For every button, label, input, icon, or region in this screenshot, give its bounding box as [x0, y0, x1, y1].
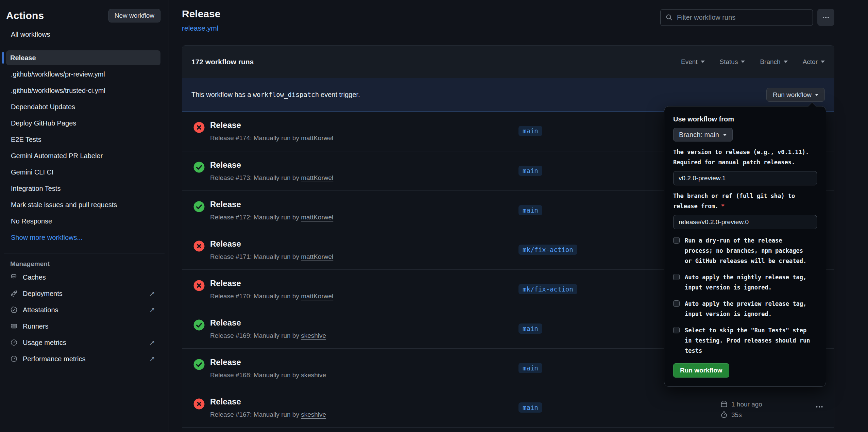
run-title-link[interactable]: Release — [210, 279, 333, 288]
management-list: CachesDeployments↗Attestations↗RunnersUs… — [0, 269, 169, 367]
sidebar-item-deployments[interactable]: Deployments↗ — [0, 285, 169, 302]
filter-actor-dropdown[interactable]: Actor — [803, 58, 825, 66]
run-kebab-menu-button[interactable] — [815, 402, 824, 412]
new-workflow-button[interactable]: New workflow — [108, 9, 160, 22]
sidebar: Actions New workflow All workflows Relea… — [0, 0, 169, 432]
x-circle-icon — [193, 398, 205, 411]
branch-badge[interactable]: main — [518, 323, 542, 334]
run-title-link[interactable]: Release — [210, 318, 326, 328]
branch-badge[interactable]: mk/fix-action — [518, 245, 577, 255]
run-description: Release #172: Manually run by mattKorwel — [210, 214, 333, 221]
external-link-icon: ↗ — [149, 289, 155, 298]
required-asterisk: * — [721, 203, 725, 210]
run-workflow-submit-button[interactable]: Run workflow — [673, 363, 729, 378]
run-description-text: Release #169: Manually run by — [210, 332, 301, 339]
actor-link[interactable]: mattKorwel — [301, 293, 333, 300]
run-title-link[interactable]: Release — [210, 200, 333, 209]
actor-link[interactable]: mattKorwel — [301, 134, 333, 142]
sidebar-item-performance-metrics[interactable]: Performance metrics↗ — [0, 351, 169, 367]
run-title-link[interactable]: Release — [210, 397, 326, 406]
run-workflow-dropdown-button[interactable]: Run workflow — [766, 88, 825, 102]
usage-metrics-icon — [10, 339, 18, 346]
run-description-text: Release #172: Manually run by — [210, 214, 301, 221]
check-circle-icon — [193, 162, 205, 174]
chevron-down-icon — [701, 61, 705, 63]
field-label-text: The version to release (e.g., v0.1.11). … — [673, 149, 809, 166]
sidebar-item-all-workflows[interactable]: All workflows — [11, 31, 169, 38]
branch-badge[interactable]: main — [518, 126, 542, 136]
actor-link[interactable]: skeshive — [301, 371, 326, 379]
nightly-tag-checkbox[interactable] — [673, 274, 680, 280]
workflow-file-link[interactable]: release.yml — [182, 24, 218, 32]
preview-tag-checkbox[interactable] — [673, 300, 680, 307]
branch-badge[interactable]: main — [518, 402, 542, 413]
run-title-link[interactable]: Release — [210, 358, 326, 367]
actor-link[interactable]: mattKorwel — [301, 253, 333, 260]
run-time-ago: 1 hour ago — [731, 401, 762, 408]
filter-event-dropdown[interactable]: Event — [681, 58, 705, 66]
sidebar-item-release[interactable]: Release — [6, 50, 160, 65]
actor-link[interactable]: mattKorwel — [301, 174, 333, 181]
sidebar-item-deploy-github-pages[interactable]: Deploy GitHub Pages — [0, 115, 169, 131]
sidebar-item-github-workflows-pr-review-yml[interactable]: .github/workflows/pr-review.yml — [0, 66, 169, 82]
sidebar-item-no-response[interactable]: No Response — [0, 213, 169, 229]
sidebar-item-usage-metrics[interactable]: Usage metrics↗ — [0, 334, 169, 351]
sidebar-item-dependabot-updates[interactable]: Dependabot Updates — [0, 99, 169, 115]
branch-selector-button[interactable]: Branch: main — [673, 128, 733, 142]
workflow-run-row[interactable]: ReleaseRelease #167: Manually run by ske… — [182, 388, 834, 427]
version-field-label: The version to release (e.g., v0.1.11). … — [673, 147, 817, 167]
run-info: ReleaseRelease #168: Manually run by ske… — [210, 358, 326, 379]
sidebar-item-gemini-cli-ci[interactable]: Gemini CLI CI — [0, 164, 169, 180]
runs-panel-header: 172 workflow runs EventStatusBranchActor — [182, 46, 834, 78]
sidebar-item-mark-stale-issues-and-pull-requests[interactable]: Mark stale issues and pull requests — [0, 197, 169, 213]
branch-badge[interactable]: mk/fix-action — [518, 284, 577, 294]
sidebar-item-github-workflows-trusted-ci-yml[interactable]: .github/workflows/trusted-ci.yml — [0, 82, 169, 99]
run-description: Release #167: Manually run by skeshive — [210, 411, 326, 418]
run-duration-text: 35s — [731, 411, 742, 419]
skip-tests-checkbox[interactable] — [673, 327, 680, 333]
management-heading: Management — [0, 259, 169, 269]
sidebar-item-caches[interactable]: Caches — [0, 269, 169, 285]
sidebar-item-e2e-tests[interactable]: E2E Tests — [0, 131, 169, 148]
external-link-icon: ↗ — [149, 355, 155, 363]
sidebar-item-gemini-automated-pr-labeler[interactable]: Gemini Automated PR Labeler — [0, 148, 169, 164]
attestations-icon — [10, 306, 18, 314]
actor-link[interactable]: skeshive — [301, 332, 326, 339]
selected-accent-bar — [2, 52, 4, 64]
filter-workflow-runs-input[interactable] — [677, 14, 808, 21]
chevron-down-icon — [741, 61, 745, 63]
chevron-down-icon — [723, 134, 727, 136]
run-description-text: Release #170: Manually run by — [210, 293, 301, 300]
actor-link[interactable]: mattKorwel — [301, 214, 333, 221]
sidebar-item-label: Caches — [23, 273, 46, 281]
run-info: ReleaseRelease #174: Manually run by mat… — [210, 120, 333, 142]
version-input[interactable] — [673, 171, 817, 185]
sidebar-item-attestations[interactable]: Attestations↗ — [0, 302, 169, 318]
run-description-text: Release #173: Manually run by — [210, 174, 301, 181]
x-circle-icon — [193, 122, 205, 134]
nightly-tag-checkbox-row: Auto apply the nightly release tag, inpu… — [673, 272, 817, 293]
page-kebab-menu-button[interactable] — [817, 9, 834, 26]
run-title-link[interactable]: Release — [210, 239, 333, 249]
show-more-workflows-link[interactable]: Show more workflows... — [0, 229, 169, 246]
actor-link[interactable]: skeshive — [301, 411, 326, 418]
check-circle-icon — [193, 201, 205, 214]
run-info: ReleaseRelease #170: Manually run by mat… — [210, 279, 333, 300]
workflow-dispatch-code: workflow_dispatch — [251, 91, 321, 98]
branch-badge[interactable]: main — [518, 363, 542, 373]
ref-input[interactable] — [673, 215, 817, 229]
sidebar-item-integration-tests[interactable]: Integration Tests — [0, 180, 169, 197]
sidebar-item-label: E2E Tests — [11, 136, 41, 144]
run-description-text: Release #167: Manually run by — [210, 411, 301, 418]
branch-badge[interactable]: main — [518, 166, 542, 176]
branch-badge[interactable]: main — [518, 205, 542, 215]
run-title-link[interactable]: Release — [210, 160, 333, 170]
filter-branch-dropdown[interactable]: Branch — [760, 58, 787, 66]
run-title-link[interactable]: Release — [210, 120, 333, 130]
sidebar-item-label: Deploy GitHub Pages — [11, 119, 76, 127]
filter-status-dropdown[interactable]: Status — [720, 58, 745, 66]
run-description-text: Release #168: Manually run by — [210, 371, 301, 379]
dry-run-checkbox[interactable] — [673, 237, 680, 244]
sidebar-item-runners[interactable]: Runners — [0, 318, 169, 334]
sidebar-item-label: .github/workflows/pr-review.yml — [11, 70, 105, 78]
